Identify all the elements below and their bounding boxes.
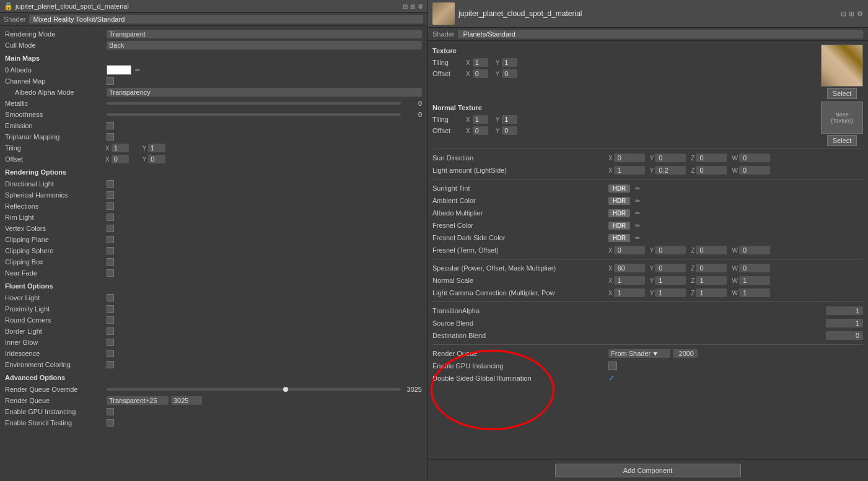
- bookmark-icon[interactable]: ⊟: [403, 3, 408, 10]
- enable-gpu-left-checkbox[interactable]: [107, 408, 114, 415]
- spec-y[interactable]: 0: [655, 264, 686, 272]
- settings-icon[interactable]: ⚙: [418, 3, 423, 10]
- rim-light-checkbox[interactable]: [107, 214, 114, 221]
- near-fade-checkbox[interactable]: [107, 269, 114, 277]
- directional-light-checkbox[interactable]: [107, 180, 114, 188]
- reflections-checkbox[interactable]: [107, 202, 114, 210]
- spherical-harmonics-checkbox[interactable]: [107, 191, 114, 199]
- offset-y-val[interactable]: 0: [148, 155, 165, 163]
- inner-glow-checkbox[interactable]: [107, 339, 114, 346]
- right-panel-header: jupiter_planet_cloud_spot_d_material ⊟ ⊞…: [427, 0, 868, 28]
- left-shader-value[interactable]: Mixed Reality Toolkit/Standard: [29, 15, 423, 24]
- left-panel-header-icons: ⊟ ⊞ ⚙: [403, 3, 423, 10]
- ns-z[interactable]: 1: [696, 276, 727, 285]
- tex-tiling-x[interactable]: 1: [473, 58, 488, 67]
- lg-y[interactable]: 1: [655, 288, 686, 297]
- ns-w[interactable]: 1: [739, 276, 770, 285]
- enable-stencil-checkbox[interactable]: [107, 419, 114, 427]
- ns-y[interactable]: 1: [655, 276, 686, 285]
- offset-x-val[interactable]: 0: [112, 155, 129, 163]
- smoothness-slider[interactable]: [107, 113, 401, 116]
- border-light-checkbox[interactable]: [107, 327, 114, 335]
- right-settings-icon[interactable]: ⚙: [857, 10, 863, 18]
- la-z[interactable]: 0: [696, 166, 727, 175]
- norm-tiling-x[interactable]: 1: [473, 115, 488, 124]
- rim-light-row: Rim Light: [5, 212, 422, 223]
- fresnel-color-pencil[interactable]: ✏: [635, 222, 640, 229]
- right-layout-icon[interactable]: ⊞: [849, 10, 854, 18]
- none-texture-box[interactable]: None(Texture): [821, 102, 863, 134]
- round-corners-checkbox[interactable]: [107, 316, 114, 324]
- right-rq-dropdown[interactable]: From Shader ▼: [608, 349, 670, 358]
- fresnel-dark-side-pencil[interactable]: ✏: [635, 235, 640, 241]
- albedo-alpha-value[interactable]: Transparency: [107, 88, 422, 97]
- render-queue-override-slider[interactable]: [107, 388, 401, 391]
- sunlight-tint-hdr[interactable]: HDR: [608, 184, 630, 193]
- lg-z[interactable]: 1: [696, 288, 727, 297]
- rendering-mode-value[interactable]: Transparent: [107, 30, 422, 38]
- destination-blend-value[interactable]: 0: [826, 331, 863, 340]
- lg-w[interactable]: 1: [739, 288, 770, 297]
- tex-offset-x[interactable]: 0: [473, 69, 488, 78]
- norm-tiling-y[interactable]: 1: [502, 115, 517, 124]
- texture-preview[interactable]: [821, 45, 863, 87]
- sunlight-tint-pencil[interactable]: ✏: [635, 185, 640, 192]
- texture-select-btn[interactable]: Select: [827, 88, 857, 99]
- sun-x[interactable]: 0: [614, 154, 645, 162]
- right-bookmark-icon[interactable]: ⊟: [841, 10, 846, 18]
- normal-select-btn[interactable]: Select: [827, 135, 857, 146]
- la-y[interactable]: 0.2: [655, 166, 686, 175]
- fresnel-color-hdr[interactable]: HDR: [608, 222, 630, 230]
- ft-w[interactable]: 0: [739, 246, 770, 254]
- albedo-pencil-icon[interactable]: ✏: [135, 67, 140, 74]
- tiling-y-val[interactable]: 1: [148, 144, 165, 152]
- cull-mode-value[interactable]: Back: [107, 41, 422, 50]
- albedo-swatch[interactable]: [107, 65, 131, 75]
- tiling-x-val[interactable]: 1: [112, 144, 129, 152]
- fresnel-dark-side-hdr[interactable]: HDR: [608, 234, 630, 242]
- ambient-color-pencil[interactable]: ✏: [635, 197, 640, 204]
- lg-x[interactable]: 1: [614, 288, 645, 297]
- sun-y[interactable]: 0: [655, 154, 686, 162]
- albedo-multiplier-pencil[interactable]: ✏: [635, 210, 640, 217]
- source-blend-value[interactable]: 1: [826, 319, 863, 327]
- sun-z[interactable]: 0: [696, 154, 727, 162]
- ft-x[interactable]: 0: [614, 246, 645, 254]
- tex-offset-y[interactable]: 0: [502, 69, 517, 78]
- norm-offset-y[interactable]: 0: [502, 126, 517, 135]
- environment-coloring-checkbox[interactable]: [107, 361, 114, 368]
- la-x[interactable]: 1: [614, 166, 645, 175]
- ns-x[interactable]: 1: [614, 276, 645, 285]
- iridescence-checkbox[interactable]: [107, 350, 114, 357]
- hover-light-checkbox[interactable]: [107, 294, 114, 301]
- layout-icon[interactable]: ⊞: [410, 3, 415, 10]
- transition-alpha-value[interactable]: 1: [826, 306, 863, 315]
- la-w[interactable]: 0: [739, 166, 770, 175]
- spec-w[interactable]: 0: [739, 264, 770, 272]
- triplanar-checkbox[interactable]: [107, 133, 114, 141]
- ft-y[interactable]: 0: [655, 246, 686, 254]
- normal-offset-label: Offset: [432, 127, 463, 134]
- clipping-sphere-checkbox[interactable]: [107, 247, 114, 254]
- clipping-plane-checkbox[interactable]: [107, 236, 114, 243]
- spec-z[interactable]: 0: [696, 264, 727, 272]
- add-component-btn[interactable]: Add Component: [555, 464, 741, 477]
- ft-z[interactable]: 0: [696, 246, 727, 254]
- vertex-colors-checkbox[interactable]: [107, 225, 114, 232]
- spec-x[interactable]: 60: [614, 264, 645, 272]
- metallic-slider[interactable]: [107, 102, 401, 105]
- directional-light-label: Directional Light: [5, 180, 104, 188]
- norm-offset-x[interactable]: 0: [473, 126, 488, 135]
- proximity-light-checkbox[interactable]: [107, 305, 114, 313]
- clipping-box-checkbox[interactable]: [107, 258, 114, 266]
- ambient-color-hdr[interactable]: HDR: [608, 197, 630, 205]
- albedo-multiplier-hdr[interactable]: HDR: [608, 209, 630, 217]
- emission-checkbox[interactable]: [107, 122, 114, 129]
- tex-tiling-y[interactable]: 1: [502, 58, 517, 67]
- right-shader-value[interactable]: Planets/Standard: [458, 30, 863, 38]
- double-sided-gi-checkmark[interactable]: ✓: [608, 374, 615, 383]
- render-queue-dropdown[interactable]: Transparent+25: [107, 396, 169, 405]
- right-gpu-checkbox[interactable]: [608, 362, 617, 370]
- sun-w[interactable]: 0: [739, 154, 770, 162]
- channel-map-checkbox[interactable]: [107, 77, 114, 85]
